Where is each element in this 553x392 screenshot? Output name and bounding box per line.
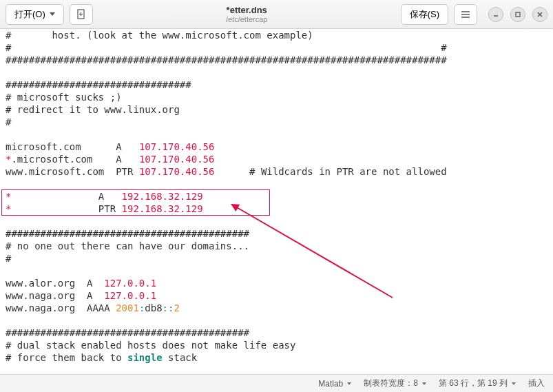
minimize-button[interactable]: [488, 7, 503, 22]
editor-line: #: [6, 116, 547, 128]
editor-line: [6, 265, 547, 277]
editor-line: *.microsoft.com A 107.170.40.56: [6, 153, 547, 165]
editor-line: [6, 128, 547, 141]
status-language[interactable]: Matlab: [318, 379, 351, 389]
chevron-down-icon: [50, 12, 55, 16]
file-title: *etter.dns: [98, 5, 395, 15]
editor-line: [6, 314, 547, 327]
editor-line: ################################: [6, 79, 547, 91]
chevron-down-icon: [422, 382, 426, 385]
status-tabwidth[interactable]: 制表符宽度：8: [364, 378, 426, 389]
title-block: *etter.dns /etc/ettercap: [98, 5, 395, 23]
editor-line: # microsoft sucks ;): [6, 91, 547, 103]
editor-area[interactable]: # host. (look at the www.microsoft.com e…: [0, 29, 553, 374]
open-button[interactable]: 打开(O): [6, 4, 64, 25]
editor-line: ########################################…: [6, 227, 547, 240]
close-button[interactable]: [532, 7, 547, 22]
status-language-label: Matlab: [318, 379, 343, 389]
status-tabwidth-label: 制表符宽度：8: [364, 378, 418, 389]
file-path: /etc/ettercap: [98, 15, 395, 23]
editor-line: www.alor.org A 127.0.0.1: [6, 277, 547, 289]
open-label: 打开(O): [14, 8, 45, 21]
chevron-down-icon: [512, 382, 516, 385]
titlebar: 打开(O) *etter.dns /etc/ettercap 保存(S): [0, 0, 553, 29]
status-position[interactable]: 第 63 行，第 19 列: [439, 378, 516, 389]
editor-line: [6, 66, 547, 79]
editor-line: #: [6, 252, 547, 265]
editor-line: # force them back to single stack: [6, 351, 547, 364]
save-label: 保存(S): [410, 8, 439, 21]
minimize-icon: [492, 11, 499, 18]
close-icon: [536, 11, 543, 18]
hamburger-menu-button[interactable]: [454, 4, 477, 25]
chevron-down-icon: [347, 382, 351, 385]
editor-line: ########################################…: [6, 327, 547, 339]
editor-line: # dual stack enabled hosts does not make…: [6, 339, 547, 351]
hamburger-icon: [460, 9, 471, 20]
editor-line: * PTR 192.168.32.129: [6, 203, 547, 215]
editor-line: microsoft.com A 107.170.40.56: [6, 141, 547, 153]
statusbar: Matlab 制表符宽度：8 第 63 行，第 19 列 插入: [0, 374, 553, 392]
editor-line: # redirect it to www.linux.org: [6, 103, 547, 116]
editor-line: www.naga.org A 127.0.0.1: [6, 289, 547, 302]
status-mode: 插入: [528, 378, 545, 389]
editor-line: www.microsoft.com PTR 107.170.40.56 # Wi…: [6, 165, 547, 178]
svg-rect-7: [516, 12, 520, 17]
editor-line: # #: [6, 41, 547, 54]
editor-line: www.naga.org AAAA 2001:db8::2: [6, 302, 547, 314]
editor-line: * A 192.168.32.129: [6, 190, 547, 203]
new-document-button[interactable]: [70, 4, 93, 25]
status-mode-label: 插入: [528, 378, 545, 389]
editor-line: # no one out there can have our domains.…: [6, 240, 547, 252]
window-controls: [488, 7, 547, 22]
editor-line: # host. (look at the www.microsoft.com e…: [6, 29, 547, 41]
status-position-label: 第 63 行，第 19 列: [439, 378, 508, 389]
new-document-icon: [76, 9, 87, 20]
editor-line: [6, 215, 547, 227]
editor-line: ########################################…: [6, 54, 547, 66]
maximize-icon: [514, 11, 521, 18]
maximize-button[interactable]: [510, 7, 525, 22]
save-button[interactable]: 保存(S): [401, 4, 448, 25]
editor-line: [6, 178, 547, 190]
